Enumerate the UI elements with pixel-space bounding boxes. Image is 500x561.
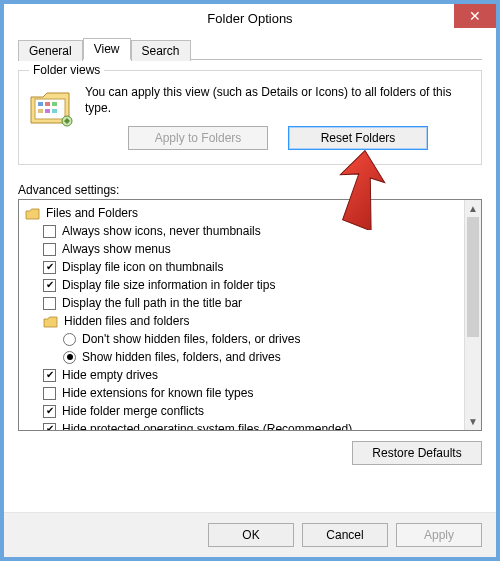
svg-rect-3 <box>52 102 57 106</box>
checkbox-size-tips[interactable] <box>43 279 56 292</box>
checkbox-always-menus[interactable] <box>43 243 56 256</box>
opt-hide-ext[interactable]: Hide extensions for known file types <box>62 384 253 402</box>
opt-hide-merge[interactable]: Hide folder merge conflicts <box>62 402 204 420</box>
dialog-footer: OK Cancel Apply <box>4 512 496 557</box>
folder-views-legend: Folder views <box>29 63 104 77</box>
advanced-settings-list: Files and Folders Always show icons, nev… <box>18 199 482 431</box>
svg-rect-4 <box>38 109 43 113</box>
opt-hide-protected[interactable]: Hide protected operating system files (R… <box>62 420 352 430</box>
checkbox-hide-empty[interactable] <box>43 369 56 382</box>
scroll-up-icon[interactable]: ▲ <box>465 200 481 217</box>
tree-hidden-group: Hidden files and folders <box>64 312 189 330</box>
opt-size-tips[interactable]: Display file size information in folder … <box>62 276 275 294</box>
scrollbar[interactable]: ▲ ▼ <box>464 200 481 430</box>
reset-folders-button[interactable]: Reset Folders <box>288 126 428 150</box>
opt-icon-on-thumb[interactable]: Display file icon on thumbnails <box>62 258 223 276</box>
window-title: Folder Options <box>207 11 292 26</box>
tab-view[interactable]: View <box>83 38 131 60</box>
checkbox-icon-on-thumb[interactable] <box>43 261 56 274</box>
opt-dont-show-hidden[interactable]: Don't show hidden files, folders, or dri… <box>82 330 300 348</box>
checkbox-hide-protected[interactable] <box>43 423 56 431</box>
tab-general[interactable]: General <box>18 40 83 61</box>
scroll-track[interactable] <box>465 217 481 413</box>
checkbox-full-path[interactable] <box>43 297 56 310</box>
folder-icon <box>43 315 58 328</box>
opt-hide-empty[interactable]: Hide empty drives <box>62 366 158 384</box>
checkbox-hide-merge[interactable] <box>43 405 56 418</box>
tab-search[interactable]: Search <box>131 40 191 61</box>
folder-views-icon <box>29 87 75 129</box>
checkbox-hide-ext[interactable] <box>43 387 56 400</box>
cancel-button[interactable]: Cancel <box>302 523 388 547</box>
svg-rect-2 <box>45 102 50 106</box>
scroll-down-icon[interactable]: ▼ <box>465 413 481 430</box>
folder-views-group: Folder views You can apply this view (su… <box>18 70 482 165</box>
folder-views-text: You can apply this view (such as Details… <box>85 85 471 116</box>
ok-button[interactable]: OK <box>208 523 294 547</box>
opt-show-hidden[interactable]: Show hidden files, folders, and drives <box>82 348 281 366</box>
close-icon: ✕ <box>469 8 481 24</box>
opt-full-path[interactable]: Display the full path in the title bar <box>62 294 242 312</box>
svg-rect-1 <box>38 102 43 106</box>
folder-icon <box>25 207 40 220</box>
svg-rect-6 <box>52 109 57 113</box>
close-button[interactable]: ✕ <box>454 4 496 28</box>
tab-row: General View Search <box>18 36 482 60</box>
checkbox-always-icons[interactable] <box>43 225 56 238</box>
tree-root: Files and Folders <box>46 204 138 222</box>
svg-rect-5 <box>45 109 50 113</box>
radio-show-hidden[interactable] <box>63 351 76 364</box>
opt-always-icons[interactable]: Always show icons, never thumbnails <box>62 222 261 240</box>
radio-dont-show-hidden[interactable] <box>63 333 76 346</box>
apply-to-folders-button: Apply to Folders <box>128 126 268 150</box>
advanced-settings-label: Advanced settings: <box>18 183 482 197</box>
advanced-settings-tree[interactable]: Files and Folders Always show icons, nev… <box>19 200 464 430</box>
opt-always-menus[interactable]: Always show menus <box>62 240 171 258</box>
scroll-thumb[interactable] <box>467 217 479 337</box>
restore-defaults-button[interactable]: Restore Defaults <box>352 441 482 465</box>
apply-button: Apply <box>396 523 482 547</box>
